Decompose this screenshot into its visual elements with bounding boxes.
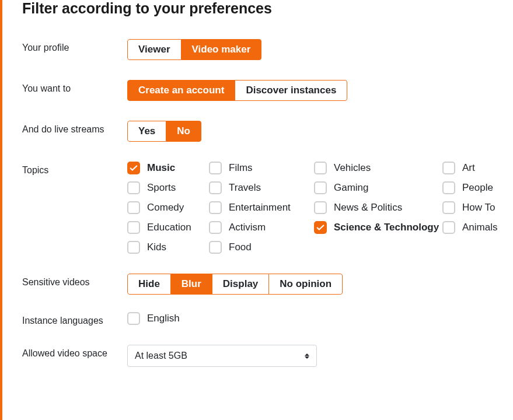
accent-rule xyxy=(0,0,2,420)
topics-checkbox-music[interactable]: Music xyxy=(127,162,209,174)
checkbox-box xyxy=(442,162,455,174)
want-option-discover-instances[interactable]: Discover instances xyxy=(235,80,347,101)
checkbox-box xyxy=(209,241,222,254)
checkbox-label: Science & Technology xyxy=(334,222,439,233)
checkbox-box xyxy=(442,201,455,214)
checkbox-box xyxy=(127,221,140,234)
checkbox-label: People xyxy=(462,182,493,194)
checkbox-label: Sports xyxy=(147,182,176,194)
checkbox-box xyxy=(314,181,327,194)
sensitive-label: Sensitive videos xyxy=(22,274,127,288)
sensitive-option-no-opinion[interactable]: No opinion xyxy=(269,274,343,295)
checkbox-box xyxy=(314,221,327,234)
topics-checkbox-education[interactable]: Education xyxy=(127,221,209,234)
space-select-value: At least 5GB xyxy=(135,351,187,361)
sensitive-option-hide[interactable]: Hide xyxy=(127,274,171,295)
topics-checkbox-how-to[interactable]: How To xyxy=(442,201,512,214)
checkbox-box xyxy=(127,201,140,214)
checkbox-label: How To xyxy=(462,202,495,214)
checkbox-label: News & Politics xyxy=(334,202,402,214)
checkbox-box xyxy=(209,221,222,234)
checkbox-label: Art xyxy=(462,162,475,174)
sensitive-option-blur[interactable]: Blur xyxy=(171,274,212,295)
languages-list: English xyxy=(127,312,513,327)
filter-heading: Filter according to your preferences xyxy=(22,0,513,17)
profile-option-viewer[interactable]: Viewer xyxy=(127,39,182,60)
topics-checkbox-news-politics[interactable]: News & Politics xyxy=(314,201,442,214)
topics-grid: MusicFilmsVehiclesArtSportsTravelsGaming… xyxy=(127,162,513,254)
topics-checkbox-vehicles[interactable]: Vehicles xyxy=(314,162,442,174)
topics-checkbox-comedy[interactable]: Comedy xyxy=(127,201,209,214)
checkbox-label: Travels xyxy=(229,182,261,194)
checkbox-box xyxy=(442,221,455,234)
checkbox-box xyxy=(209,162,222,174)
checkbox-box xyxy=(127,181,140,194)
topics-label: Topics xyxy=(22,162,127,176)
profile-option-video-maker[interactable]: Video maker xyxy=(182,39,262,60)
checkbox-label: Entertainment xyxy=(229,202,291,214)
want-label: You want to xyxy=(22,80,127,94)
checkbox-box xyxy=(127,162,140,174)
topics-checkbox-art[interactable]: Art xyxy=(442,162,512,174)
checkbox-label: Kids xyxy=(147,242,166,253)
topics-checkbox-travels[interactable]: Travels xyxy=(209,181,314,194)
checkbox-label: English xyxy=(147,313,180,324)
live-option-no[interactable]: No xyxy=(166,121,201,142)
checkbox-label: Education xyxy=(147,222,191,233)
topics-checkbox-kids[interactable]: Kids xyxy=(127,241,209,254)
checkbox-label: Comedy xyxy=(147,202,184,214)
checkbox-label: Animals xyxy=(462,222,497,233)
space-label: Allowed video space xyxy=(22,345,127,359)
checkbox-label: Music xyxy=(147,162,175,174)
topics-checkbox-science-technology[interactable]: Science & Technology xyxy=(314,221,442,234)
live-option-yes[interactable]: Yes xyxy=(127,121,166,142)
profile-label: Your profile xyxy=(22,39,127,53)
space-select[interactable]: At least 5GB xyxy=(127,345,317,367)
checkbox-label: Vehicles xyxy=(334,162,371,174)
languages-checkbox-english[interactable]: English xyxy=(127,312,180,325)
topics-checkbox-sports[interactable]: Sports xyxy=(127,181,209,194)
languages-label: Instance languages xyxy=(22,312,127,326)
topics-checkbox-activism[interactable]: Activism xyxy=(209,221,314,234)
topics-checkbox-people[interactable]: People xyxy=(442,181,512,194)
topics-checkbox-gaming[interactable]: Gaming xyxy=(314,181,442,194)
checkbox-box xyxy=(442,181,455,194)
checkbox-label: Films xyxy=(229,162,253,174)
topics-checkbox-entertainment[interactable]: Entertainment xyxy=(209,201,314,214)
select-caret-icon xyxy=(305,354,309,359)
topics-checkbox-animals[interactable]: Animals xyxy=(442,221,512,234)
checkbox-box xyxy=(127,312,140,325)
want-option-create-an-account[interactable]: Create an account xyxy=(127,80,235,101)
checkbox-box xyxy=(314,201,327,214)
checkbox-label: Food xyxy=(229,242,252,253)
checkbox-box xyxy=(209,201,222,214)
checkbox-box xyxy=(209,181,222,194)
checkbox-box xyxy=(314,162,327,174)
sensitive-option-display[interactable]: Display xyxy=(212,274,269,295)
topics-checkbox-food[interactable]: Food xyxy=(209,241,314,254)
live-label: And do live streams xyxy=(22,121,127,135)
checkbox-label: Gaming xyxy=(334,182,369,194)
topics-checkbox-films[interactable]: Films xyxy=(209,162,314,174)
checkbox-box xyxy=(127,241,140,254)
profile-segmented: ViewerVideo maker xyxy=(127,39,261,60)
checkbox-label: Activism xyxy=(229,222,266,233)
sensitive-segmented: HideBlurDisplayNo opinion xyxy=(127,274,343,295)
live-segmented: YesNo xyxy=(127,121,201,142)
want-segmented: Create an accountDiscover instances xyxy=(127,80,347,101)
